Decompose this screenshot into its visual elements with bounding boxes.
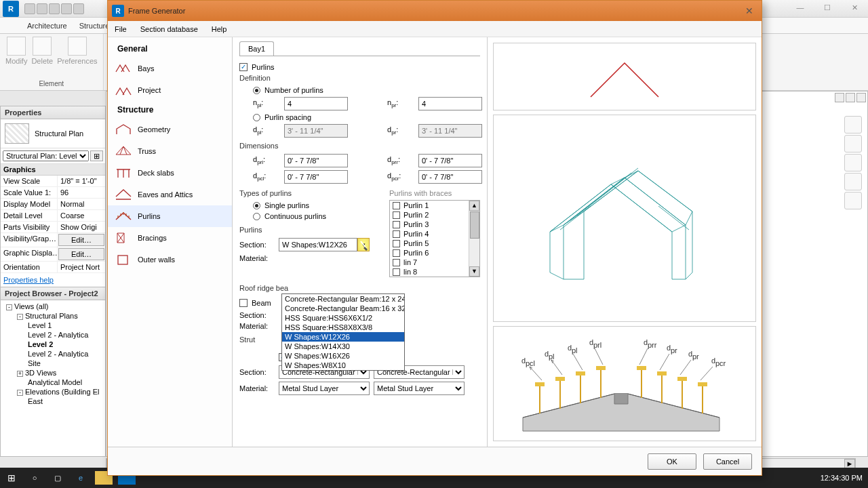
dropdown-option[interactable]: Concrete-Rectangular Beam:16 x 32 xyxy=(282,304,404,313)
radio-number-of-purlins[interactable] xyxy=(253,87,260,94)
dialog-titlebar[interactable]: R Frame Generator ✕ xyxy=(108,1,762,21)
scroll-right-arrow[interactable]: ► xyxy=(844,459,855,468)
modify-button[interactable]: Modify xyxy=(5,37,27,65)
qat-btn[interactable] xyxy=(73,3,84,14)
nav-item-outer-walls[interactable]: Outer walls xyxy=(108,249,232,270)
tree-node[interactable]: Level 2 xyxy=(3,340,102,349)
delete-button[interactable]: Delete xyxy=(31,37,53,65)
ribbon-tab-architecture[interactable]: Architecture xyxy=(27,22,67,30)
dropdown-option[interactable]: Concrete-Rectangular Beam:12 x 24 xyxy=(282,294,404,304)
tab-bay1[interactable]: Bay1 xyxy=(239,41,274,56)
scroll-thumb[interactable] xyxy=(470,211,479,239)
property-row[interactable]: OrientationProject Nort xyxy=(1,262,105,273)
tree-node[interactable]: +3D Views xyxy=(3,368,102,378)
nav-item-geometry[interactable]: Geometry xyxy=(108,119,232,140)
property-value[interactable]: Edit… xyxy=(58,234,104,246)
purlins-braces-list[interactable]: Purlin 1Purlin 2Purlin 3Purlin 4Purlin 5… xyxy=(389,200,480,277)
scroll-down-arrow[interactable]: ▼ xyxy=(469,266,479,277)
brace-checkbox[interactable] xyxy=(393,240,400,247)
dialog-close-button[interactable]: ✕ xyxy=(741,4,757,18)
combo-dropdown-button[interactable]: ▾ xyxy=(357,238,370,251)
tree-node[interactable]: Level 1 xyxy=(3,321,102,330)
dpcr-input[interactable] xyxy=(418,170,482,184)
dropdown-option[interactable]: W Shapes:W16X26 xyxy=(282,351,404,361)
edit-type-button[interactable]: ⊞ xyxy=(90,150,103,161)
dpcl-input[interactable] xyxy=(284,170,348,184)
purlins-checkbox[interactable] xyxy=(239,63,248,71)
nav-item-purlins[interactable]: Purlins xyxy=(108,205,232,227)
close-button[interactable]: ✕ xyxy=(841,0,868,15)
brace-list-item[interactable]: Purlin 2 xyxy=(390,210,479,220)
dropdown-option[interactable]: HSS Square:HSS6X6X1/2 xyxy=(282,313,404,323)
strut-material-right[interactable]: Metal Stud Layer xyxy=(374,382,465,395)
brace-checkbox[interactable] xyxy=(393,230,400,238)
beam-checkbox[interactable] xyxy=(239,299,248,307)
brace-checkbox[interactable] xyxy=(393,211,400,219)
tree-expander[interactable]: + xyxy=(17,371,23,377)
nav-wheel-icon[interactable] xyxy=(844,135,862,152)
radio-single-purlins[interactable] xyxy=(253,202,260,209)
qat-btn[interactable] xyxy=(61,3,72,14)
property-value[interactable]: Edit… xyxy=(58,248,104,260)
tree-node[interactable]: Site xyxy=(3,359,102,368)
radio-continuous-purlins[interactable] xyxy=(253,213,260,220)
nav-item-eaves-attics[interactable]: Eaves and Attics xyxy=(108,184,232,205)
scroll-up-arrow[interactable]: ▲ xyxy=(469,201,479,211)
nav-pan-icon[interactable] xyxy=(844,154,862,171)
list-scrollbar[interactable]: ▲ ▼ xyxy=(469,201,479,277)
npl-input[interactable] xyxy=(284,97,348,110)
nav-item-bracings[interactable]: Bracings xyxy=(108,227,232,249)
menu-help[interactable]: Help xyxy=(212,25,227,33)
nav-orbit-icon[interactable] xyxy=(844,192,862,209)
property-row[interactable]: Scale Value 1:96 xyxy=(1,187,105,199)
dropdown-option[interactable]: W Shapes:W12X26 xyxy=(282,332,404,342)
dprr-input[interactable] xyxy=(418,154,482,167)
nav-item-truss[interactable]: Truss xyxy=(108,140,232,162)
cancel-button[interactable]: Cancel xyxy=(703,453,752,470)
tree-node[interactable]: -Views (all) xyxy=(3,302,102,311)
tree-expander[interactable]: - xyxy=(17,314,23,320)
tree-expander[interactable]: - xyxy=(17,390,23,396)
tree-node[interactable]: Level 2 - Analytica xyxy=(3,330,102,340)
type-selector[interactable]: Structural Plan: Level xyxy=(3,150,89,161)
brace-list-item[interactable]: Purlin 1 xyxy=(390,201,479,210)
nav-item-deck-slabs[interactable]: Deck slabs xyxy=(108,162,232,184)
menu-section-database[interactable]: Section database xyxy=(140,25,198,33)
preferences-button[interactable]: Preferences xyxy=(57,37,97,65)
purlins-section-combo[interactable] xyxy=(279,238,357,251)
start-button[interactable]: ⊞ xyxy=(0,468,23,488)
brace-list-item[interactable]: Purlin 4 xyxy=(390,229,479,239)
dprl-input[interactable] xyxy=(284,154,348,167)
radio-purlin-spacing[interactable] xyxy=(253,114,260,121)
maximize-button[interactable]: ☐ xyxy=(814,0,841,15)
section-dropdown-list[interactable]: Concrete-Rectangular Beam:12 x 24Concret… xyxy=(281,293,405,371)
tree-node[interactable]: Level 2 - Analytica xyxy=(3,349,102,359)
qat-btn[interactable] xyxy=(24,3,35,14)
brace-checkbox[interactable] xyxy=(393,202,400,209)
tree-expander[interactable]: - xyxy=(6,304,12,310)
minimize-button[interactable]: — xyxy=(787,0,814,15)
qat-btn[interactable] xyxy=(37,3,47,14)
dropdown-option[interactable]: HSS Square:HSS8X8X3/8 xyxy=(282,323,404,332)
brace-list-item[interactable]: Purlin 5 xyxy=(390,239,479,248)
nav-zoom-icon[interactable] xyxy=(844,173,862,190)
tree-node[interactable]: -Elevations (Building El xyxy=(3,387,102,396)
panel-btn[interactable] xyxy=(846,93,855,102)
dropdown-option[interactable]: W Shapes:W14X30 xyxy=(282,342,404,351)
strut-material-left[interactable]: Metal Stud Layer xyxy=(279,382,370,395)
edge-icon[interactable]: e xyxy=(69,468,92,488)
task-view-button[interactable]: ▢ xyxy=(46,468,69,488)
ok-button[interactable]: OK xyxy=(648,453,696,470)
brace-checkbox[interactable] xyxy=(393,221,400,228)
brace-checkbox[interactable] xyxy=(393,249,400,257)
brace-checkbox[interactable] xyxy=(393,268,400,276)
properties-help-link[interactable]: Properties help xyxy=(1,273,105,287)
search-button[interactable]: ○ xyxy=(23,468,46,488)
tree-node[interactable]: Analytical Model xyxy=(3,378,102,387)
property-row[interactable]: Graphic Displa…Edit… xyxy=(1,247,105,262)
property-row[interactable]: Detail LevelCoarse xyxy=(1,210,105,222)
brace-list-item[interactable]: lin 8 xyxy=(390,267,479,277)
npr-input[interactable] xyxy=(418,97,482,110)
menu-file[interactable]: File xyxy=(115,25,127,33)
tree-node[interactable]: -Structural Plans xyxy=(3,311,102,321)
